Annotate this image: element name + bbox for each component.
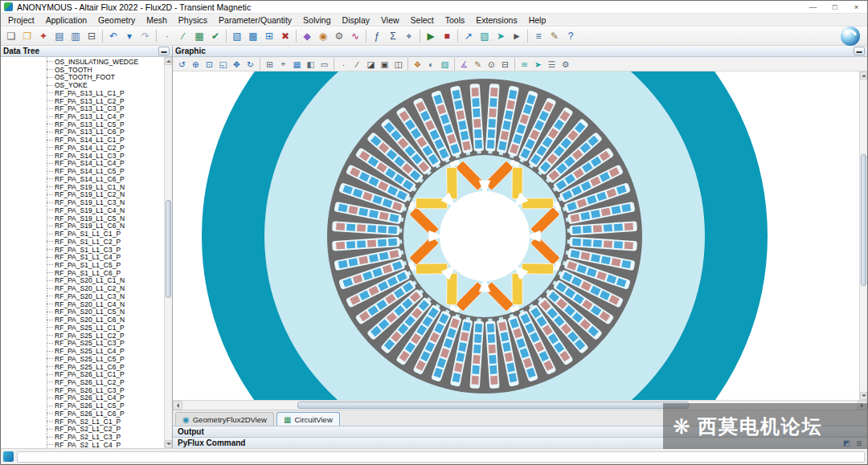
- io-quantities-icon[interactable]: Σ: [385, 28, 401, 44]
- menu-geometry[interactable]: Geometry: [92, 14, 141, 27]
- mesh-lines-icon[interactable]: ▧: [229, 28, 245, 44]
- scroll-thumb[interactable]: [861, 154, 866, 285]
- data-tree-collapse-button[interactable]: ▬: [158, 47, 170, 55]
- tree-item[interactable]: RF_PA_S26_L1_C6_P: [1, 410, 164, 418]
- tree-item[interactable]: RF_PA_S14_L1_C2_P: [1, 144, 164, 152]
- tree-item[interactable]: RF_PA_S1_L1_C2_P: [1, 238, 164, 246]
- menu-display[interactable]: Display: [337, 14, 375, 27]
- invert-selection-icon[interactable]: ◫: [391, 58, 405, 71]
- show-mesh-icon[interactable]: ▦: [290, 58, 304, 71]
- select-lines-icon[interactable]: ∕: [350, 58, 364, 71]
- tab-geometryflux2dview[interactable]: ◉GeometryFlux2DView: [175, 412, 274, 426]
- tree-item[interactable]: RF_PA_S25_L1_C5_P: [1, 355, 164, 363]
- vectors-icon[interactable]: ➤: [493, 28, 509, 44]
- solve-icon[interactable]: ▶: [423, 28, 439, 44]
- stop-solve-icon[interactable]: ■: [439, 28, 455, 44]
- tree-item[interactable]: RF_PA_S13_L1_C2_P: [1, 97, 164, 105]
- tree-item[interactable]: RF_PA_S19_L1_C3_N: [1, 198, 164, 206]
- tree-item[interactable]: RF_PA_S25_L1_C1_P: [1, 324, 164, 332]
- tree-item[interactable]: RF_PA_S19_L1_C2_N: [1, 190, 164, 198]
- menu-mesh[interactable]: Mesh: [141, 14, 173, 27]
- display-arrows-icon[interactable]: ➤: [531, 58, 545, 71]
- tree-item[interactable]: RF_PA_S14_L1_C4_P: [1, 160, 164, 168]
- snapshot-icon[interactable]: ⊙: [485, 58, 498, 71]
- tree-item[interactable]: RF_PA_S19_L1_C6_N: [1, 222, 164, 230]
- print-icon[interactable]: ⊟: [84, 28, 100, 44]
- tree-item[interactable]: RF_PA_S26_L1_C5_P: [1, 402, 164, 410]
- tree-item[interactable]: RF_PA_S13_L1_C4_P: [1, 112, 164, 120]
- regions-icon[interactable]: ◉: [315, 28, 331, 44]
- tree-item[interactable]: RF_PA_S20_L1_C1_N: [1, 277, 164, 285]
- isovalues-icon[interactable]: ▨: [477, 28, 493, 44]
- mesh-faces-icon[interactable]: ▩: [245, 28, 261, 44]
- scroll-left-arrow-icon[interactable]: [173, 401, 182, 410]
- help-icon[interactable]: ?: [563, 28, 579, 44]
- scroll-down-arrow-icon[interactable]: [860, 392, 867, 400]
- tree-item[interactable]: RF_PA_S13_L1_C6_P: [1, 128, 164, 137]
- tree-item[interactable]: RF_PA_S1_L1_C1_P: [1, 230, 164, 238]
- mechanical-sets-icon[interactable]: ⚙: [331, 28, 347, 44]
- zoom-in-icon[interactable]: ⊕: [189, 58, 203, 71]
- tree-item[interactable]: RF_PA_S2_L1_C3_P: [1, 433, 164, 441]
- tree-item[interactable]: OS_TOOTH: [1, 66, 164, 74]
- shaded-display-icon[interactable]: ◧: [304, 58, 317, 71]
- check-geometry-icon[interactable]: ✔: [207, 28, 223, 44]
- select-regions-icon[interactable]: ▣: [378, 58, 391, 71]
- tree-item[interactable]: RF_PA_S2_L1_C1_P: [1, 418, 164, 426]
- region-colors-icon[interactable]: ❖: [411, 58, 424, 71]
- tree-item[interactable]: OS_YOKE: [1, 81, 164, 89]
- tree-item[interactable]: RF_PA_S26_L1_C1_P: [1, 370, 164, 378]
- mesh-domain-icon[interactable]: ⊞: [261, 28, 277, 44]
- tree-item[interactable]: OS_TOOTH_FOOT: [1, 73, 164, 81]
- tree-item[interactable]: RF_PA_S13_L1_C3_P: [1, 104, 164, 112]
- tree-item[interactable]: RF_PA_S1_L1_C6_P: [1, 269, 164, 277]
- new-project-icon[interactable]: ❏: [3, 28, 19, 44]
- load-example-icon[interactable]: ✦: [35, 28, 51, 44]
- materials-icon[interactable]: ◆: [299, 28, 315, 44]
- build-points-icon[interactable]: ∙: [159, 28, 175, 44]
- tree-item[interactable]: RF_PA_S25_L1_C3_P: [1, 339, 164, 347]
- scroll-track[interactable]: [860, 80, 867, 392]
- canvas-vertical-scrollbar[interactable]: [859, 71, 867, 400]
- status-message-field[interactable]: [17, 451, 865, 463]
- legend-icon[interactable]: ☰: [545, 58, 559, 71]
- tree-item[interactable]: RF_PA_S2_L1_C4_P: [1, 441, 164, 448]
- menu-help[interactable]: Help: [523, 14, 552, 27]
- tree-item[interactable]: RF_PA_S20_L1_C3_N: [1, 292, 164, 300]
- isolines-icon[interactable]: ≋: [518, 58, 531, 71]
- build-lines-icon[interactable]: ∕: [175, 28, 191, 44]
- tree-item[interactable]: RF_PA_S13_L1_C1_P: [1, 89, 164, 97]
- save-project-icon[interactable]: ▤: [51, 28, 68, 44]
- tree-item[interactable]: RF_PA_S25_L1_C4_P: [1, 347, 164, 355]
- tree-item[interactable]: RF_PA_S14_L1_C1_P: [1, 136, 164, 144]
- scroll-track[interactable]: [165, 65, 172, 440]
- pan-icon[interactable]: ✥: [230, 58, 244, 71]
- tree-item[interactable]: RF_PA_S1_L1_C4_P: [1, 253, 164, 261]
- print-view-icon[interactable]: ⊟: [498, 58, 512, 71]
- menu-parameter-quantity[interactable]: Parameter/Quantity: [213, 14, 297, 27]
- tree-item[interactable]: RF_PA_S25_L1_C6_P: [1, 363, 164, 371]
- tree-item[interactable]: RF_PA_S14_L1_C3_P: [1, 152, 164, 160]
- open-project-icon[interactable]: ❒: [19, 28, 35, 44]
- tab-circuitview[interactable]: ▦CircuitView: [276, 412, 340, 426]
- scroll-thumb[interactable]: [166, 200, 171, 297]
- scroll-down-arrow-icon[interactable]: [165, 440, 172, 448]
- save-all-icon[interactable]: ▥: [68, 28, 84, 44]
- scroll-thumb[interactable]: [297, 402, 689, 409]
- display-settings-icon[interactable]: ⚙: [559, 58, 572, 71]
- scroll-up-arrow-icon[interactable]: [860, 71, 867, 80]
- data-tree-scrollbar[interactable]: [164, 57, 172, 448]
- close-button[interactable]: ×: [845, 1, 867, 13]
- wireframe-display-icon[interactable]: ▭: [317, 58, 331, 71]
- menu-solving[interactable]: Solving: [297, 14, 336, 27]
- tree-item[interactable]: RF_PA_S20_L1_C2_N: [1, 284, 164, 292]
- menu-select[interactable]: Select: [405, 14, 440, 27]
- build-faces-icon[interactable]: ▦: [191, 28, 207, 44]
- measure-icon[interactable]: ∡: [457, 58, 471, 71]
- rotate-view-icon[interactable]: ↻: [244, 58, 257, 71]
- maximize-button[interactable]: □: [824, 1, 845, 13]
- zoom-window-icon[interactable]: ⊡: [203, 58, 216, 71]
- graphic-canvas[interactable]: [173, 71, 859, 400]
- menu-view[interactable]: View: [375, 14, 405, 27]
- transparency-icon[interactable]: ◐: [424, 58, 438, 71]
